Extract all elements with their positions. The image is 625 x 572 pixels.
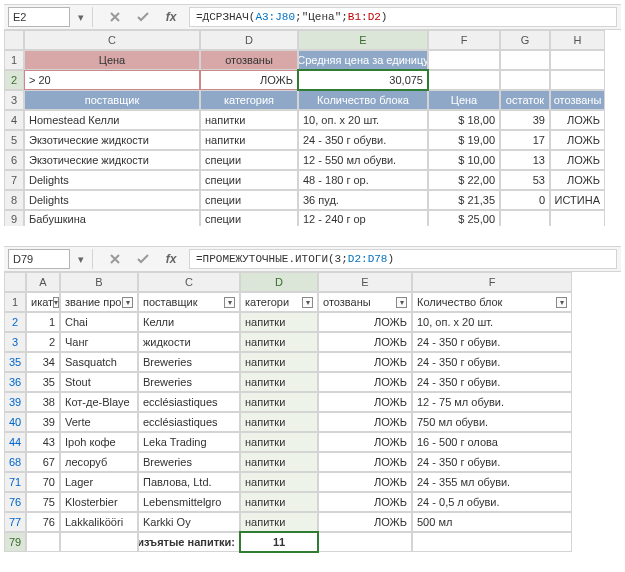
row-header[interactable]: 36 <box>4 372 26 392</box>
cell[interactable]: напитки <box>240 352 318 372</box>
cell[interactable]: Klosterbier <box>60 492 138 512</box>
cell[interactable]: специи <box>200 150 298 170</box>
filter-header[interactable]: поставщик▾ <box>138 292 240 312</box>
cell[interactable]: $ 10,00 <box>428 150 500 170</box>
row-header[interactable]: 2 <box>4 312 26 332</box>
col-header[interactable]: F <box>412 272 572 292</box>
cell[interactable] <box>500 50 550 70</box>
cell[interactable]: ЛОЖЬ <box>318 352 412 372</box>
cell[interactable]: специи <box>200 170 298 190</box>
cell[interactable]: Breweries <box>138 352 240 372</box>
cell[interactable]: Lebensmittelgro <box>138 492 240 512</box>
cell[interactable] <box>550 70 605 90</box>
filter-icon[interactable]: ▾ <box>224 297 235 308</box>
row-header[interactable]: 35 <box>4 352 26 372</box>
cell[interactable]: 24 - 350 г обуви. <box>412 452 572 472</box>
row-header[interactable]: 5 <box>4 130 24 150</box>
filter-header[interactable]: Количество блок▾ <box>412 292 572 312</box>
row-header[interactable]: 44 <box>4 432 26 452</box>
select-all-corner[interactable] <box>4 272 26 292</box>
cell[interactable] <box>550 210 605 226</box>
cell[interactable]: Бабушкина <box>24 210 200 226</box>
cell[interactable]: ЛОЖЬ <box>550 150 605 170</box>
filter-active-icon[interactable]: ▾ <box>396 297 407 308</box>
cell[interactable]: $ 18,00 <box>428 110 500 130</box>
select-all-corner[interactable] <box>4 30 24 50</box>
cell[interactable] <box>318 532 412 552</box>
cell[interactable]: Келли <box>138 312 240 332</box>
cell[interactable]: 2 <box>26 332 60 352</box>
table-header[interactable]: Количество блока <box>298 90 428 110</box>
cell[interactable]: $ 19,00 <box>428 130 500 150</box>
filter-icon[interactable]: ▾ <box>122 297 133 308</box>
cell[interactable]: 12 - 550 мл обуви. <box>298 150 428 170</box>
name-box-dropdown-icon[interactable]: ▾ <box>74 11 88 24</box>
row-header[interactable]: 79 <box>4 532 26 552</box>
result-header[interactable]: Средняя цена за единицу <box>298 50 428 70</box>
cell[interactable]: 38 <box>26 392 60 412</box>
col-header[interactable]: E <box>298 30 428 50</box>
table-header[interactable]: остаток <box>500 90 550 110</box>
cell[interactable]: Breweries <box>138 372 240 392</box>
col-header[interactable]: F <box>428 30 500 50</box>
fx-icon[interactable]: fx <box>159 7 183 27</box>
cell[interactable]: 75 <box>26 492 60 512</box>
cell[interactable]: ИСТИНА <box>550 190 605 210</box>
table-header[interactable]: поставщик <box>24 90 200 110</box>
cell[interactable]: 36 пуд. <box>298 190 428 210</box>
cell[interactable]: 43 <box>26 432 60 452</box>
row-header[interactable]: 3 <box>4 90 24 110</box>
cell[interactable]: специи <box>200 190 298 210</box>
cell[interactable]: Чанг <box>60 332 138 352</box>
cell[interactable]: напитки <box>240 412 318 432</box>
bottom-grid-footer[interactable]: 79 не изъятые напитки: 11 <box>4 532 621 552</box>
col-header[interactable]: G <box>500 30 550 50</box>
cell[interactable]: 24 - 350 г обуви. <box>412 352 572 372</box>
cell[interactable]: Кот-де-Blaye <box>60 392 138 412</box>
cell[interactable]: ЛОЖЬ <box>318 392 412 412</box>
confirm-icon[interactable] <box>131 7 155 27</box>
cell[interactable]: ЛОЖЬ <box>550 110 605 130</box>
filter-header[interactable]: икат▾ <box>26 292 60 312</box>
cell[interactable]: 0 <box>500 190 550 210</box>
criteria-value[interactable]: > 20 <box>24 70 200 90</box>
row-header[interactable]: 9 <box>4 210 24 226</box>
cell[interactable] <box>428 50 500 70</box>
table-header[interactable]: Цена <box>428 90 500 110</box>
cell[interactable]: ЛОЖЬ <box>318 492 412 512</box>
cell[interactable]: ЛОЖЬ <box>318 312 412 332</box>
footer-label[interactable]: не изъятые напитки: <box>138 532 240 552</box>
cell[interactable]: Chai <box>60 312 138 332</box>
col-header[interactable]: B <box>60 272 138 292</box>
cell[interactable]: 750 мл обуви. <box>412 412 572 432</box>
name-box[interactable]: E2 <box>8 7 70 27</box>
cell[interactable]: 13 <box>500 150 550 170</box>
col-header[interactable]: C <box>24 30 200 50</box>
formula-input[interactable]: =ПРОМЕЖУТОЧНЫЕ.ИТОГИ(3;D2:D78) <box>189 249 617 269</box>
name-box-dropdown-icon[interactable]: ▾ <box>74 253 88 266</box>
cell[interactable]: Homestead Келли <box>24 110 200 130</box>
col-header[interactable]: D <box>240 272 318 292</box>
top-grid-body[interactable]: 4Homestead Келлинапитки10, оп. x 20 шт.$… <box>4 110 621 226</box>
cell[interactable]: ЛОЖЬ <box>318 432 412 452</box>
cell[interactable]: $ 22,00 <box>428 170 500 190</box>
cell[interactable]: напитки <box>240 332 318 352</box>
cell[interactable]: лесоруб <box>60 452 138 472</box>
cell[interactable]: напитки <box>240 512 318 532</box>
col-header[interactable]: H <box>550 30 605 50</box>
cell[interactable]: 34 <box>26 352 60 372</box>
row-header[interactable]: 3 <box>4 332 26 352</box>
cell[interactable]: Stout <box>60 372 138 392</box>
cell[interactable]: напитки <box>240 312 318 332</box>
cell[interactable]: $ 21,35 <box>428 190 500 210</box>
cell[interactable]: 16 - 500 г олова <box>412 432 572 452</box>
cell[interactable]: Delights <box>24 190 200 210</box>
cell[interactable]: 24 - 350 г обуви. <box>412 372 572 392</box>
confirm-icon[interactable] <box>131 249 155 269</box>
col-header[interactable]: D <box>200 30 298 50</box>
row-header[interactable]: 8 <box>4 190 24 210</box>
cell[interactable]: 500 мл <box>412 512 572 532</box>
cell[interactable]: 10, оп. x 20 шт. <box>298 110 428 130</box>
cell[interactable]: напитки <box>240 492 318 512</box>
cell[interactable]: Karkki Oy <box>138 512 240 532</box>
